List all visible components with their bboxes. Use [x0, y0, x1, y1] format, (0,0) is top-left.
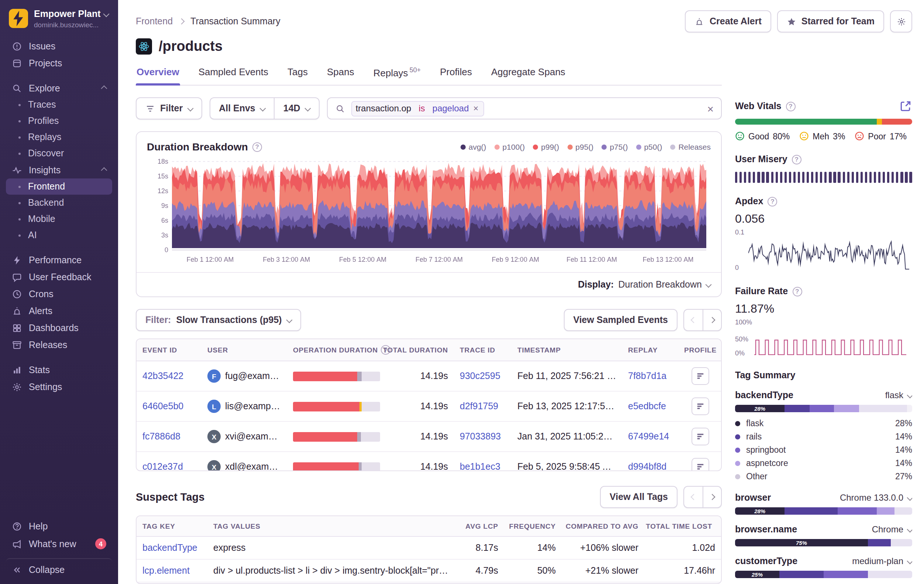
trace-id-link[interactable]: be1b1ec3 — [460, 462, 500, 471]
tab-spans[interactable]: Spans — [326, 63, 355, 85]
settings-gear-button[interactable] — [890, 10, 912, 33]
tag-key-link[interactable]: lcp.element — [142, 566, 190, 576]
event-id-link[interactable]: 42b35422 — [142, 371, 183, 382]
tag-legend: flask28%rails14%springboot14%aspnetcore1… — [735, 416, 912, 483]
event-row: fc7886d8 Xxvi@example.co… 14.19s 9703389… — [137, 422, 721, 452]
token-remove-icon[interactable] — [473, 102, 484, 116]
tag-value-dropdown[interactable]: flask — [885, 390, 912, 400]
sidebar-item-settings[interactable]: Settings — [6, 378, 112, 395]
web-vitals-distribution-bar[interactable] — [735, 119, 912, 125]
tab-overview[interactable]: Overview — [136, 63, 180, 85]
smiley-poor-icon — [855, 131, 864, 141]
display-dropdown[interactable]: Duration Breakdown — [618, 280, 711, 290]
sidebar-item-stats[interactable]: Stats — [6, 361, 112, 378]
tag-value-dropdown[interactable]: Chrome 133.0.0 — [840, 493, 912, 503]
legend-item[interactable]: p99() — [533, 143, 559, 151]
open-in-new-icon[interactable] — [899, 100, 912, 113]
legend-item[interactable]: p75() — [602, 143, 628, 151]
org-switcher[interactable]: Empower Plant dominik.buszowiec... — [6, 7, 112, 38]
profile-button[interactable] — [691, 428, 709, 446]
tag-key-link[interactable]: backendType — [142, 543, 197, 553]
help-icon[interactable] — [792, 286, 802, 296]
pagination-next-button[interactable] — [703, 486, 722, 508]
sidebar-item-replays[interactable]: Replays — [6, 129, 112, 145]
date-range-dropdown[interactable]: 14D — [274, 98, 320, 120]
replay-id-link[interactable]: d994bf8d — [628, 462, 667, 471]
sidebar-item-issues[interactable]: Issues — [6, 38, 112, 54]
tag-distribution-bar[interactable]: 28% — [735, 507, 912, 515]
sidebar-item-ai[interactable]: AI — [6, 227, 112, 243]
sidebar-item-discover[interactable]: Discover — [6, 145, 112, 161]
filter-dropdown[interactable]: Filter — [136, 98, 202, 120]
starred-for-team-button[interactable]: Starred for Team — [777, 10, 884, 33]
suspect-tags-pagination — [683, 486, 722, 508]
search-token[interactable]: transaction.op is pageload — [351, 101, 485, 117]
profile-button[interactable] — [691, 398, 709, 416]
tab-sampled-events[interactable]: Sampled Events — [198, 63, 269, 85]
profile-button[interactable] — [691, 368, 709, 385]
tab-aggregate-spans[interactable]: Aggregate Spans — [490, 63, 566, 85]
search-input[interactable]: transaction.op is pageload — [327, 98, 722, 120]
sidebar-section-explore[interactable]: Explore — [6, 80, 112, 97]
event-timestamp: Feb 5, 2025 9:58:45 AM … — [512, 456, 622, 471]
trace-id-link[interactable]: d2f91759 — [460, 401, 498, 412]
tag-distribution-bar[interactable]: 25% — [735, 571, 912, 578]
replay-id-link[interactable]: 67499e14 — [628, 432, 669, 442]
sidebar-section-insights[interactable]: Insights — [6, 161, 112, 178]
replay-id-link[interactable]: 7f8b7d1a — [628, 371, 667, 382]
breadcrumb-project[interactable]: Frontend — [136, 16, 173, 26]
duration-breakdown-chart[interactable] — [147, 158, 709, 268]
pagination-next-button[interactable] — [703, 309, 722, 331]
col-total-time-lost[interactable]: Total Time Lost — [644, 516, 721, 536]
sidebar-item-alerts[interactable]: Alerts — [6, 302, 112, 319]
tag-value-dropdown[interactable]: medium-plan — [852, 556, 912, 566]
view-sampled-events-button[interactable]: View Sampled Events — [563, 309, 678, 331]
sidebar-item-mobile[interactable]: Mobile — [6, 211, 112, 227]
event-id-link[interactable]: c012e37d — [142, 462, 183, 471]
legend-item[interactable]: p100() — [495, 143, 525, 151]
pagination-prev-button[interactable] — [683, 486, 703, 508]
sidebar-item-projects[interactable]: Projects — [6, 54, 112, 72]
event-id-link[interactable]: 6460e5b0 — [142, 401, 183, 412]
legend-item[interactable]: avg() — [460, 143, 486, 151]
legend-item[interactable]: p50() — [636, 143, 662, 151]
sidebar-item-whats-new[interactable]: What's new 4 — [6, 535, 112, 553]
tag-distribution-bar[interactable]: 75% — [735, 539, 912, 546]
tag-value-dropdown[interactable]: Chrome — [872, 524, 912, 535]
sidebar-item-help[interactable]: Help — [6, 518, 112, 535]
sidebar-item-profiles[interactable]: Profiles — [6, 113, 112, 129]
help-icon[interactable] — [767, 196, 777, 206]
sidebar-item-performance[interactable]: Performance — [6, 252, 112, 268]
view-all-tags-button[interactable]: View All Tags — [600, 486, 678, 508]
legend-item[interactable]: p95() — [567, 143, 593, 151]
sidebar-item-traces[interactable]: Traces — [6, 97, 112, 113]
sidebar-item-releases[interactable]: Releases — [6, 336, 112, 353]
help-icon[interactable] — [792, 155, 802, 164]
transactions-filter-dropdown[interactable]: Filter: Slow Transactions (p95) — [136, 309, 301, 331]
create-alert-button[interactable]: Create Alert — [685, 10, 771, 33]
trace-id-link[interactable]: 97033893 — [460, 432, 501, 442]
replay-id-link[interactable]: e5edbcfe — [628, 401, 666, 412]
sidebar-item-frontend[interactable]: Frontend — [6, 178, 112, 195]
sidebar-item-backend[interactable]: Backend — [6, 195, 112, 211]
pagination-prev-button[interactable] — [683, 309, 703, 331]
environment-dropdown[interactable]: All Envs — [209, 98, 274, 120]
trace-id-link[interactable]: 930c2595 — [460, 371, 500, 382]
sidebar-collapse-button[interactable]: Collapse — [6, 558, 112, 578]
tag-distribution-bar[interactable]: 28% — [735, 405, 912, 412]
tab-profiles[interactable]: Profiles — [439, 63, 473, 85]
user-avatar: X — [207, 461, 221, 471]
search-clear-icon[interactable] — [707, 102, 714, 115]
tab-tags[interactable]: Tags — [287, 63, 309, 85]
help-icon[interactable] — [786, 101, 795, 111]
tab-replays[interactable]: Replays50+ — [373, 63, 422, 85]
chevron-down-icon — [187, 105, 193, 112]
events-pagination — [683, 309, 722, 331]
sidebar-item-dashboards[interactable]: Dashboards — [6, 319, 112, 336]
help-icon[interactable] — [252, 142, 262, 152]
event-id-link[interactable]: fc7886d8 — [142, 432, 180, 442]
sidebar-item-user-feedback[interactable]: User Feedback — [6, 268, 112, 285]
sidebar-item-crons[interactable]: Crons — [6, 285, 112, 302]
legend-item[interactable]: Releases — [670, 143, 711, 151]
profile-button[interactable] — [691, 458, 709, 471]
